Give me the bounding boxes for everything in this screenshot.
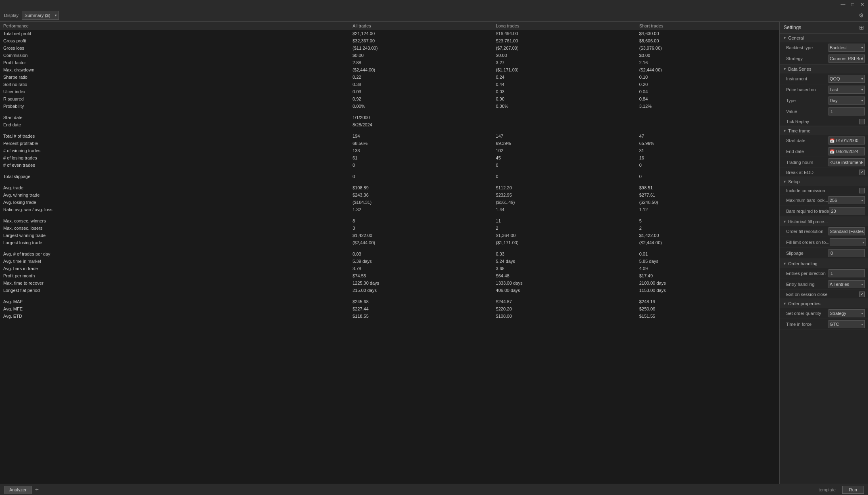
include-commission-checkbox[interactable] [859,188,865,193]
max-bars-select-wrapper[interactable]: 256 [828,196,865,204]
row-short-trades: 0.04 [636,88,779,95]
row-label: Total # of trades [0,132,349,140]
value-input[interactable] [828,107,865,115]
settings-options-icon[interactable]: ⊞ [859,24,864,31]
row-long-trades: 0.90 [492,95,636,103]
order-fill-select-wrapper[interactable]: Standard (Fastest) [828,227,865,235]
row-all-trades: 8 [349,217,492,224]
backtest-type-select-wrapper[interactable]: Backtest [828,44,865,52]
end-date-row: End date 📅 [780,146,868,157]
display-select-wrapper[interactable]: Summary ($) [22,11,59,20]
instrument-row: Instrument QQQ [780,73,868,84]
time-in-force-select[interactable]: GTC [828,320,865,328]
row-short-trades: 47 [636,132,779,140]
price-based-select-wrapper[interactable]: Last [828,86,865,94]
row-long-trades: ($161.49) [492,199,636,206]
row-label: Max. consec. losers [0,224,349,232]
bars-required-input[interactable] [829,207,865,215]
add-tab-button[interactable]: + [33,486,41,493]
fill-limit-select[interactable] [830,238,866,246]
trading-hours-select[interactable]: <Use instrument s... [828,158,865,166]
time-in-force-select-wrapper[interactable]: GTC [828,320,865,328]
start-date-label: Start date [786,138,805,143]
trading-hours-select-wrapper[interactable]: <Use instrument s... [828,158,865,166]
maximize-button[interactable]: □ [849,2,856,7]
orderhandling-section-header[interactable]: ▼ Order handling [780,259,868,268]
row-short-trades: 0.10 [636,73,779,81]
row-long-trades: $244.87 [492,298,636,305]
orderproperties-section-label: Order properties [788,301,820,306]
start-date-wrapper[interactable]: 📅 [828,136,865,145]
table-header-row: Performance All trades Long trades Short… [0,22,779,30]
row-all-trades: $245.68 [349,298,492,305]
tick-replay-label: Tick Replay [786,119,809,124]
row-long-trades: 406.00 days [492,287,636,294]
end-date-wrapper[interactable]: 📅 [828,147,865,155]
dataseries-section-label: Data Series [788,67,811,71]
strategy-select[interactable]: Connors RSI Bot [828,55,865,63]
row-all-trades: ($184.31) [349,199,492,206]
setup-section-header[interactable]: ▼ Setup [780,177,868,186]
historicalfill-section-header[interactable]: ▼ Historical fill proce... [780,217,868,226]
settings-gear-icon[interactable]: ⚙ [859,12,864,19]
exit-on-session-checkbox[interactable] [859,292,865,297]
max-bars-row: Maximum bars look... 256 [780,195,868,206]
row-all-trades: $108.89 [349,184,492,191]
entry-handling-select-wrapper[interactable]: All entries [828,280,865,288]
table-row: Sharpe ratio 0.22 0.24 0.10 [0,73,779,81]
trading-hours-label: Trading hours [786,160,813,165]
price-based-select[interactable]: Last [828,86,865,94]
table-row: Largest losing trade ($2,444.00) ($1,171… [0,239,779,246]
fill-limit-select-wrapper[interactable] [830,238,866,246]
order-fill-select[interactable]: Standard (Fastest) [828,227,865,235]
backtest-type-select[interactable]: Backtest [828,44,865,52]
strategy-select-wrapper[interactable]: Connors RSI Bot [828,55,865,63]
orderproperties-section-header[interactable]: ▼ Order properties [780,299,868,308]
run-button[interactable]: Run [842,486,864,494]
row-long-trades: $23,761.00 [492,37,636,44]
settings-panel: Settings ⊞ ▼ General Backtest type Backt… [779,22,868,484]
entries-per-dir-input[interactable] [828,269,865,277]
row-all-trades: 0.03 [349,250,492,258]
row-label: Max. drawdown [0,66,349,73]
analyzer-tab[interactable]: Analyzer [4,486,32,494]
type-select[interactable]: Day [828,96,865,105]
row-short-trades: 0 [636,162,779,169]
close-button[interactable]: ✕ [859,2,866,7]
general-section-label: General [788,36,804,40]
instrument-select-wrapper[interactable]: QQQ [828,75,865,83]
entry-handling-row: Entry handling All entries [780,279,868,290]
row-short-trades: ($2,444.00) [636,239,779,246]
timeframe-section-header[interactable]: ▼ Time frame [780,126,868,135]
entry-handling-select[interactable]: All entries [828,280,865,288]
set-order-qty-select[interactable]: Strategy [828,309,865,317]
general-section-header[interactable]: ▼ General [780,34,868,42]
row-long-trades: 3.68 [492,265,636,272]
max-bars-select[interactable]: 256 [828,196,865,204]
template-link[interactable]: template [819,487,836,492]
row-label: # of winning trades [0,147,349,154]
row-short-trades: 0 [636,173,779,180]
dataseries-section-header[interactable]: ▼ Data Series [780,65,868,73]
settings-title: Settings [784,25,801,30]
row-long-trades: 0.44 [492,81,636,88]
row-label: # of losing trades [0,154,349,162]
table-spacer-row [0,180,779,184]
row-label: Avg. winning trade [0,191,349,199]
bottom-bar: Analyzer + template Run [0,484,868,495]
break-at-eod-checkbox[interactable] [859,170,865,175]
slippage-input[interactable] [828,249,865,257]
type-select-wrapper[interactable]: Day [828,96,865,105]
table-row: Max. consec. winners 8 11 5 [0,217,779,224]
row-all-trades: 133 [349,147,492,154]
row-long-trades: 69.39% [492,140,636,147]
instrument-select[interactable]: QQQ [828,75,865,83]
tick-replay-checkbox[interactable] [859,119,865,124]
row-long-trades: $64.48 [492,272,636,279]
set-order-qty-select-wrapper[interactable]: Strategy [828,309,865,317]
minimize-button[interactable]: — [840,2,846,7]
display-select[interactable]: Summary ($) [22,11,59,20]
historicalfill-chevron-icon: ▼ [783,220,787,224]
row-long-trades: 0 [492,173,636,180]
table-row: Total # of trades 194 147 47 [0,132,779,140]
